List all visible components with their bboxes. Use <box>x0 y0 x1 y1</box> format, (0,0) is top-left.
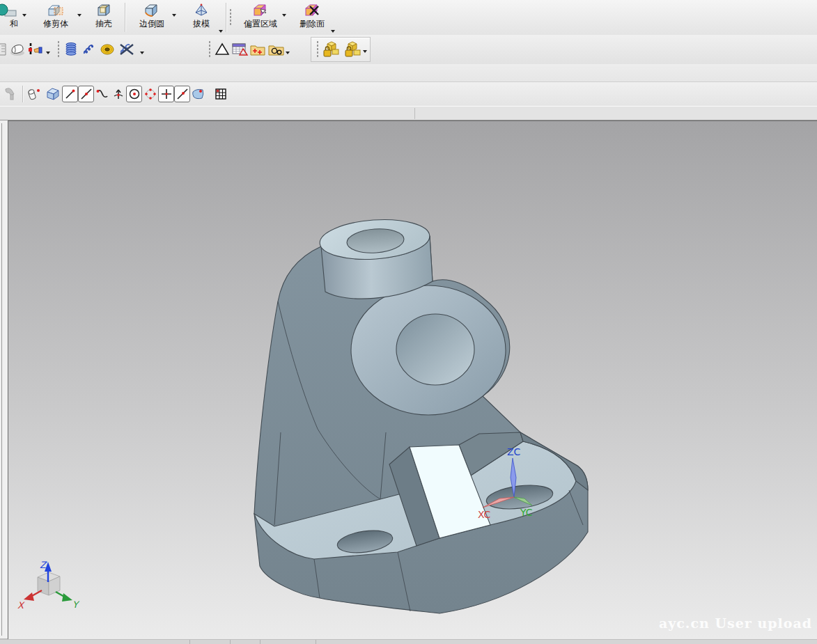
delete-face-group-caret[interactable] <box>331 30 335 33</box>
washer-icon[interactable] <box>98 40 116 58</box>
bracket-part[interactable] <box>254 217 588 613</box>
graphics-viewport[interactable]: ZC XC YC Z X Y a <box>8 120 817 639</box>
mouse-eraser-icon[interactable] <box>8 40 26 58</box>
snap-endpoint-icon[interactable] <box>62 86 78 102</box>
snap-existing-point-icon[interactable] <box>158 86 174 102</box>
interpart-group-caret[interactable] <box>363 50 367 53</box>
snap-midpoint-icon[interactable] <box>78 86 94 102</box>
edge-blend-dropdown-caret[interactable] <box>172 14 176 17</box>
toolbar-separator <box>226 3 226 32</box>
shell-button[interactable]: 抽壳 <box>84 0 124 35</box>
point-set-folder-icon[interactable] <box>249 40 267 58</box>
toolbar-drag-handle[interactable] <box>229 8 232 26</box>
unite-icon <box>0 2 20 19</box>
cue-divider <box>414 108 415 119</box>
trim-body-icon <box>47 2 65 19</box>
edge-blend-label: 边倒圆 <box>139 19 164 29</box>
application-window: 和 修剪体 <box>0 0 817 644</box>
snap-point-toolbar <box>0 82 817 106</box>
snap-quadrant-icon[interactable] <box>142 86 158 102</box>
snap-point-on-curve-icon[interactable] <box>174 86 190 102</box>
feature-toolbar: 和 修剪体 <box>0 0 817 35</box>
view-triad: Z X Y <box>17 560 80 611</box>
feature-cube-icon[interactable] <box>44 85 62 103</box>
toolbar-empty-band <box>0 64 817 82</box>
view-triad-y-label: Y <box>72 599 80 610</box>
linked-body-icon[interactable] <box>321 40 342 58</box>
cylinder-bore[interactable] <box>396 314 474 385</box>
draft-icon <box>193 2 210 19</box>
secondary-toolbar <box>0 35 817 64</box>
unite-dropdown-caret[interactable] <box>22 14 26 17</box>
cue-line <box>0 106 817 120</box>
selection-group-caret[interactable] <box>46 52 50 54</box>
triangle-icon[interactable] <box>213 40 231 58</box>
watermark-text: ayc.cn User upload <box>659 615 812 631</box>
unite-button[interactable]: 和 <box>0 0 28 35</box>
resource-bar-edge[interactable] <box>0 120 8 639</box>
wcs-x-label: XC <box>478 509 491 520</box>
toolbar-drag-handle[interactable] <box>208 40 211 58</box>
snap-point-on-surface-icon[interactable] <box>190 86 206 102</box>
delete-face-icon <box>303 2 321 19</box>
snap-control-point-icon[interactable] <box>94 86 110 102</box>
shell-icon <box>95 2 112 19</box>
offset-region-dropdown-caret[interactable] <box>282 14 286 17</box>
offset-region-label: 偏置区域 <box>244 19 277 29</box>
status-bar <box>0 639 817 644</box>
datum-group-caret[interactable] <box>286 52 290 54</box>
toolbar-separator <box>125 3 125 32</box>
snap-intersection-icon[interactable] <box>110 86 126 102</box>
select-list-hand-icon[interactable] <box>26 40 45 58</box>
offset-region-button[interactable]: 偏置区域 <box>234 0 287 35</box>
no-spring-icon[interactable] <box>116 40 140 58</box>
grayed-tool-icon <box>1 85 20 103</box>
part-model-canvas[interactable]: ZC XC YC Z X Y <box>8 121 817 640</box>
group-folder-icon[interactable] <box>267 40 286 58</box>
draft-group-caret[interactable] <box>219 30 223 33</box>
snap-center-icon[interactable] <box>126 86 142 102</box>
draft-label: 拔模 <box>193 19 210 29</box>
draft-button[interactable]: 拔模 <box>178 0 225 35</box>
trim-body-label: 修剪体 <box>43 19 68 29</box>
delete-face-label: 删除面 <box>299 19 325 29</box>
view-triad-x-label: X <box>17 600 25 611</box>
toolbar-separator <box>22 86 23 102</box>
linked-body-alt-icon[interactable] <box>342 40 363 58</box>
spring-group-caret[interactable] <box>140 52 144 54</box>
clipboard-partial-icon[interactable] <box>0 40 8 58</box>
wcs-y-label: YC <box>520 507 533 518</box>
shell-label: 抽壳 <box>95 19 112 29</box>
wcs-z-label: ZC <box>507 446 521 457</box>
interpart-toolbar <box>311 37 371 62</box>
grid-point-icon[interactable] <box>212 85 230 103</box>
spring-stack-icon[interactable] <box>62 40 80 58</box>
spring-icon[interactable] <box>80 40 98 58</box>
offset-region-icon <box>251 2 270 19</box>
unite-label: 和 <box>10 19 18 29</box>
trim-body-dropdown-caret[interactable] <box>77 14 81 17</box>
edge-blend-icon <box>143 2 161 19</box>
datum-table-icon[interactable] <box>231 40 249 58</box>
endpoint-tool-icon[interactable] <box>26 85 44 103</box>
delete-face-button[interactable]: 删除面 <box>287 0 337 35</box>
toolbar-drag-handle[interactable] <box>316 40 319 58</box>
trim-body-button[interactable]: 修剪体 <box>28 0 84 35</box>
toolbar-drag-handle[interactable] <box>57 40 60 58</box>
edge-blend-button[interactable]: 边倒圆 <box>126 0 178 35</box>
